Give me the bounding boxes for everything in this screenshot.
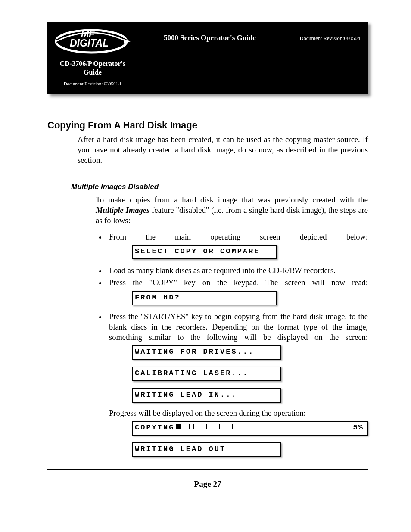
header-top-row: MF DIGITAL 5000 Series Operator's Guide …	[47, 22, 368, 55]
lcd-screen-copying: COPYING 5%	[132, 421, 368, 436]
footer-rule	[47, 469, 368, 470]
lcd-screen-waiting: WAITING FOR DRIVES...	[132, 345, 281, 360]
sub-title-line2: Guide	[84, 68, 102, 76]
lcd-screen-leadin: WRITING LEAD IN...	[132, 388, 281, 403]
page-number: Page 27	[47, 479, 368, 489]
lcd-screen-leadout: WRITING LEAD OUT	[132, 442, 281, 457]
feature-name: Multiple Images	[96, 206, 149, 215]
copying-percent: 5%	[353, 423, 364, 432]
step-2: Load as many blank discs as are required…	[106, 265, 368, 276]
logo-cell: MF DIGITAL	[47, 22, 142, 55]
lcd-screen-calibrating: CALIBRATING LASER...	[132, 367, 281, 381]
header-sub-title: CD-3706/P Operator's Guide	[47, 59, 138, 77]
header-sub-block: CD-3706/P Operator's Guide Document Revi…	[47, 55, 138, 94]
lcd-screen-fromhd: FROM HD?	[132, 291, 277, 305]
svg-text:DIGITAL: DIGITAL	[70, 37, 109, 49]
step-3: Press the "COPY" key on the keypad. The …	[106, 277, 368, 309]
header-center-title: 5000 Series Operator's Guide	[142, 22, 299, 42]
progress-bar-icon	[176, 423, 232, 432]
subsection-intro: To make copies from a hard disk image th…	[96, 195, 368, 226]
step-3-text: Press the "COPY" key on the keypad. The …	[109, 278, 368, 287]
section-intro: After a hard disk image has been created…	[78, 134, 368, 165]
sub-title-line1: CD-3706/P Operator's	[60, 60, 125, 67]
progress-caption: Progress will be displayed on the screen…	[109, 408, 368, 418]
step-4: Press the "START/YES" key to begin copyi…	[106, 311, 368, 462]
step-1: From the main operating screen depicted …	[106, 232, 368, 264]
document-header: MF DIGITAL 5000 Series Operator's Guide …	[47, 22, 368, 94]
header-sub-revision: Document Revision: 030501.1	[47, 81, 138, 86]
mf-digital-logo-icon: MF DIGITAL	[52, 25, 131, 55]
steps-list: From the main operating screen depicted …	[96, 232, 368, 461]
section-body: After a hard disk image has been created…	[78, 134, 368, 165]
lcd-screen-select: SELECT COPY OR COMPARE	[132, 245, 277, 259]
subsection-title: Multiple Images Disabled	[71, 183, 368, 191]
sub-para-pre: To make copies from a hard disk image th…	[96, 196, 368, 204]
header-revision-right: Document Revision:080504	[299, 22, 368, 42]
step-1-text: From the main operating screen depicted …	[109, 233, 368, 241]
subsection-body: To make copies from a hard disk image th…	[96, 195, 368, 461]
step-4-text: Press the "START/YES" key to begin copyi…	[109, 312, 368, 342]
page-container: MF DIGITAL 5000 Series Operator's Guide …	[0, 0, 411, 506]
copying-label: COPYING	[135, 423, 174, 432]
section-title: Copying From A Hard Disk Image	[47, 120, 368, 131]
